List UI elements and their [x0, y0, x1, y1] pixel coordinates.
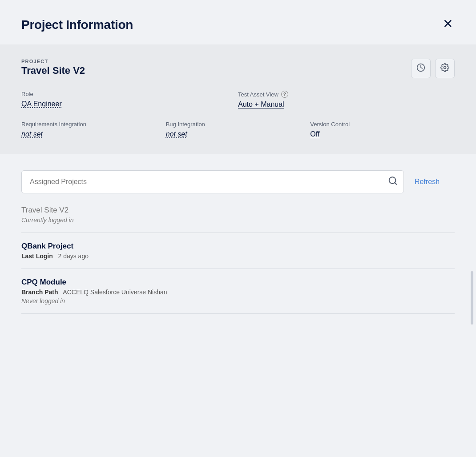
last-login-label: Last Login	[21, 253, 53, 260]
help-icon[interactable]: ?	[281, 91, 288, 98]
gear-icon	[440, 63, 449, 74]
project-item-never-logged-in: Never logged in	[21, 297, 455, 305]
clock-icon	[416, 63, 425, 74]
project-item-branch-path: Branch Path ACCELQ Salesforce Universe N…	[21, 289, 455, 296]
test-asset-view-field: Test Asset View ? Auto + Manual	[238, 91, 455, 108]
scrollbar[interactable]	[471, 271, 473, 325]
test-asset-view-label: Test Asset View ?	[238, 91, 455, 98]
requirements-integration-value[interactable]: not set	[21, 130, 166, 138]
role-value[interactable]: QA Engineer	[21, 100, 238, 108]
panel-title: Project Information	[21, 18, 133, 32]
svg-point-1	[444, 66, 446, 68]
search-input-wrap	[21, 170, 404, 193]
project-section-label: PROJECT	[21, 59, 85, 64]
settings-button[interactable]	[435, 59, 455, 78]
project-item[interactable]: Travel Site V2 Currently logged in	[21, 206, 455, 233]
close-button[interactable]: ✕	[441, 16, 455, 32]
requirements-integration-field: Requirements Integration not set	[21, 121, 166, 138]
project-info-block: PROJECT Travel Site V2	[0, 44, 476, 154]
project-label-row: PROJECT Travel Site V2	[21, 59, 455, 89]
branch-path-value: ACCELQ Salesforce Universe Nishan	[60, 289, 167, 296]
branch-path-label: Branch Path	[21, 289, 58, 296]
project-icon-buttons	[411, 59, 455, 78]
search-row: Refresh	[21, 170, 455, 193]
role-label: Role	[21, 91, 238, 97]
project-item-name: Travel Site V2	[21, 206, 455, 215]
history-button[interactable]	[411, 59, 431, 78]
role-field: Role QA Engineer	[21, 91, 238, 108]
project-item-name: CPQ Module	[21, 278, 455, 287]
project-information-panel: Project Information ✕ PROJECT Travel Sit…	[0, 0, 476, 457]
version-control-label: Version Control	[310, 121, 455, 128]
project-item[interactable]: QBank Project Last Login 2 days ago	[21, 233, 455, 269]
search-section: Refresh	[0, 154, 476, 193]
refresh-button[interactable]: Refresh	[411, 176, 443, 188]
info-fields-row1: Role QA Engineer Test Asset View ? Auto …	[21, 91, 455, 108]
version-control-field: Version Control Off	[310, 121, 455, 138]
bug-integration-label: Bug Integration	[166, 121, 311, 128]
bug-integration-value[interactable]: not set	[166, 130, 311, 138]
panel-header: Project Information ✕	[0, 0, 476, 32]
info-fields-row2: Requirements Integration not set Bug Int…	[21, 121, 455, 138]
project-item-name: QBank Project	[21, 242, 455, 251]
test-asset-view-value: Auto + Manual	[238, 100, 455, 108]
version-control-value[interactable]: Off	[310, 130, 455, 138]
projects-list: Travel Site V2 Currently logged in QBank…	[0, 193, 476, 314]
search-input[interactable]	[21, 170, 404, 193]
project-item[interactable]: CPQ Module Branch Path ACCELQ Salesforce…	[21, 269, 455, 314]
project-item-status: Currently logged in	[21, 216, 455, 224]
project-item-status: Last Login 2 days ago	[21, 253, 455, 260]
bug-integration-field: Bug Integration not set	[166, 121, 311, 138]
last-login-value: 2 days ago	[55, 253, 89, 260]
project-name: Travel Site V2	[21, 65, 85, 76]
requirements-integration-label: Requirements Integration	[21, 121, 166, 128]
